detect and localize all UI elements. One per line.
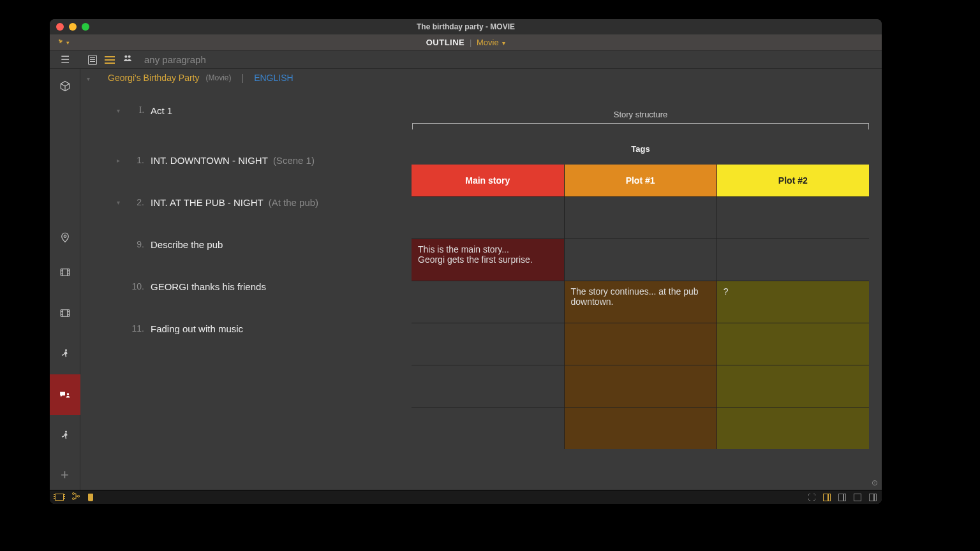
- svg-point-2: [128, 55, 131, 58]
- row-title: INT. DOWNTOWN - NIGHT: [151, 155, 268, 166]
- grid-row: [412, 365, 869, 407]
- grid-cell[interactable]: ?: [716, 281, 869, 323]
- layout-1-icon[interactable]: [823, 494, 831, 501]
- grid-cell[interactable]: [716, 365, 869, 407]
- grid-cell[interactable]: [412, 281, 564, 323]
- map-pin-icon[interactable]: [50, 223, 80, 253]
- row-number: 11.: [125, 323, 144, 334]
- outline-view-icon[interactable]: [105, 56, 115, 64]
- mode-label: OUTLINE: [426, 38, 465, 47]
- row-title: Act 1: [151, 105, 172, 116]
- structure-bracket: [412, 123, 869, 129]
- mode-bar: ▾ OUTLINE | Movie ▾: [50, 34, 882, 51]
- grid-cell[interactable]: [412, 365, 564, 407]
- fullscreen-icon[interactable]: ⛶: [808, 493, 815, 502]
- grid-cell[interactable]: [716, 407, 869, 449]
- film-icon-2[interactable]: [50, 293, 80, 334]
- settings-icon[interactable]: ⊙: [872, 478, 878, 487]
- row-title: GEORGI thanks his friends: [151, 281, 266, 292]
- app-window: The birthday party - MOVIE ▾ OUTLINE | M…: [50, 19, 882, 504]
- outline-tree: ▾I.Act 1▸1.INT. DOWNTOWN - NIGHT(Scene 1…: [85, 82, 408, 349]
- svg-point-6: [65, 349, 67, 351]
- grid-cell[interactable]: [412, 196, 564, 239]
- column-header[interactable]: Plot #1: [564, 165, 716, 196]
- grid-cell[interactable]: [716, 323, 869, 365]
- row-subtitle: (Scene 1): [273, 155, 315, 166]
- run-icon[interactable]: [50, 334, 80, 374]
- grid-row: [412, 407, 869, 449]
- status-film-icon[interactable]: [55, 494, 64, 501]
- group-icon[interactable]: [122, 54, 133, 66]
- layout-2-icon[interactable]: [838, 494, 846, 501]
- grid-cell[interactable]: [564, 239, 716, 281]
- chevron-icon[interactable]: ▾: [111, 107, 125, 114]
- row-number: 10.: [125, 281, 144, 291]
- grid-cell[interactable]: [716, 196, 869, 239]
- grid-cell[interactable]: [564, 365, 716, 407]
- chevron-down-icon: ▾: [502, 40, 505, 47]
- tags-label: Tags: [412, 144, 869, 154]
- outline-row[interactable]: 9.Describe the pub: [85, 223, 408, 265]
- window-title: The birthday party - MOVIE: [50, 22, 882, 31]
- status-bar: ⛶: [50, 490, 882, 504]
- context-label: Movie: [477, 38, 499, 47]
- grid-cell[interactable]: The story continues... at the pub downto…: [564, 281, 716, 323]
- row-title: Describe the pub: [151, 239, 223, 250]
- grid-row: [412, 323, 869, 365]
- cube-icon[interactable]: [50, 71, 80, 101]
- tool-row: ☰: [50, 51, 882, 69]
- row-title: Fading out with music: [151, 323, 243, 334]
- project-type: (Movie): [206, 73, 232, 82]
- layout-3-icon[interactable]: [854, 494, 861, 501]
- structure-label: Story structure: [412, 110, 869, 119]
- row-number: 1.: [125, 155, 144, 165]
- grid-cell[interactable]: [412, 323, 564, 365]
- layout-4-icon[interactable]: [869, 494, 877, 501]
- body: + ▾ Georgi's Birthday Party (Movie) | EN…: [50, 69, 882, 490]
- grid-row: [412, 196, 869, 239]
- view-icons: [88, 54, 133, 66]
- grid-cell[interactable]: [716, 239, 869, 281]
- film-icon[interactable]: [50, 252, 80, 293]
- outline-row[interactable]: ▾I.Act 1: [85, 82, 408, 139]
- grid-cell[interactable]: [412, 407, 564, 449]
- story-grid: Main storyPlot #1Plot #2This is the main…: [412, 165, 869, 449]
- svg-point-8: [65, 431, 67, 433]
- column-header[interactable]: Main story: [412, 165, 564, 196]
- grid-cell[interactable]: This is the main story...Georgi gets the…: [412, 239, 564, 281]
- outline-row[interactable]: ▾2.INT. AT THE PUB - NIGHT(At the pub): [85, 181, 408, 223]
- grid-cell[interactable]: [564, 196, 716, 239]
- grid-row: This is the main story...Georgi gets the…: [412, 239, 869, 281]
- chat-user-icon[interactable]: [50, 374, 80, 415]
- grid-cell[interactable]: [564, 407, 716, 449]
- grid-cell[interactable]: [564, 323, 716, 365]
- page-view-icon[interactable]: [88, 55, 97, 65]
- search-input[interactable]: [144, 54, 272, 65]
- svg-point-1: [124, 55, 127, 58]
- chevron-icon[interactable]: ▸: [111, 157, 125, 164]
- row-number: 2.: [125, 197, 144, 207]
- chevron-down-icon[interactable]: ▾: [87, 75, 90, 82]
- svg-rect-4: [61, 269, 70, 276]
- svg-point-7: [66, 393, 68, 395]
- outline-row[interactable]: 10.GEORGI thanks his friends: [85, 265, 408, 307]
- row-title: INT. AT THE PUB - NIGHT: [151, 197, 264, 208]
- column-header[interactable]: Plot #2: [716, 165, 869, 196]
- chevron-icon[interactable]: ▾: [111, 199, 125, 206]
- outline-row[interactable]: 11.Fading out with music: [85, 307, 408, 349]
- status-bookmark-icon[interactable]: [88, 494, 93, 501]
- outline-row[interactable]: ▸1.INT. DOWNTOWN - NIGHT(Scene 1): [85, 139, 408, 181]
- menu-icon[interactable]: ☰: [50, 54, 80, 66]
- mode-selector[interactable]: OUTLINE | Movie ▾: [50, 38, 882, 47]
- status-tree-icon[interactable]: [71, 492, 80, 502]
- run-icon-2[interactable]: [50, 415, 80, 456]
- grid-row: The story continues... at the pub downto…: [412, 281, 869, 323]
- titlebar: The birthday party - MOVIE: [50, 19, 882, 34]
- main-content: ▾ Georgi's Birthday Party (Movie) | ENGL…: [80, 69, 882, 490]
- row-number: I.: [125, 105, 144, 115]
- left-sidebar: +: [50, 69, 80, 490]
- svg-rect-5: [61, 310, 70, 317]
- svg-point-3: [64, 235, 66, 237]
- row-number: 9.: [125, 239, 144, 249]
- add-icon[interactable]: +: [50, 460, 80, 490]
